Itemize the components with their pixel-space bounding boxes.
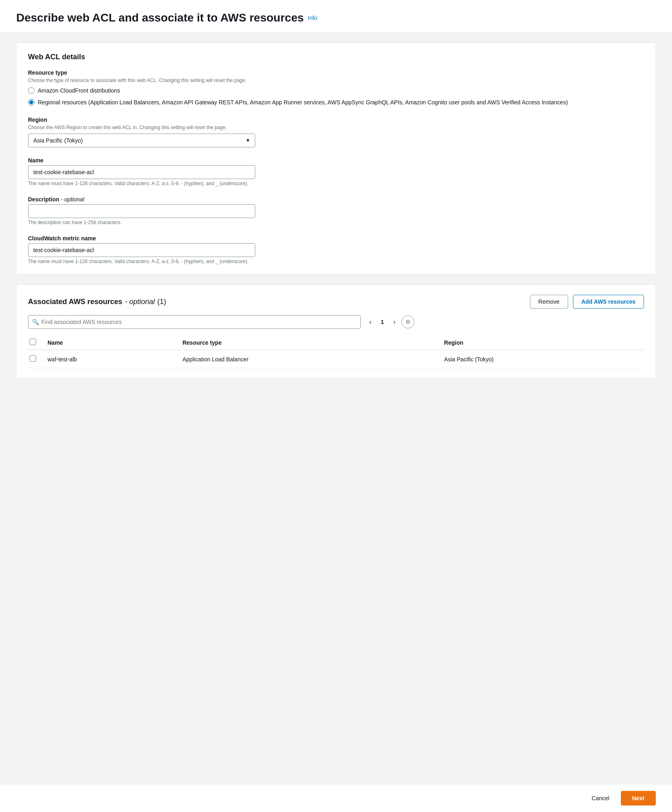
table-body: waf-test-alb Application Load Balancer A… (28, 350, 644, 368)
table-row-region: Asia Pacific (Tokyo) (439, 350, 644, 368)
description-hint: The description can have 1-256 character… (28, 220, 644, 225)
radio-cloudfront-input[interactable] (28, 87, 34, 94)
description-group: Description - optional The description c… (28, 196, 644, 225)
pagination-prev-button[interactable]: ‹ (366, 316, 375, 328)
table-header-row: Name Resource type Region (28, 335, 644, 350)
table-settings-button[interactable]: ⚙ (401, 315, 414, 328)
section-title-web-acl: Web ACL details (28, 53, 644, 61)
region-description: Choose the AWS Region to create this web… (28, 125, 644, 130)
search-pagination-row: 🔍 ‹ 1 › ⚙ (28, 315, 644, 329)
associated-resources-title: Associated AWS resources - optional (1) (28, 298, 166, 306)
page-header: Describe web ACL and associate it to AWS… (0, 0, 672, 33)
table-select-all-checkbox[interactable] (30, 339, 36, 345)
associated-resources-table: Name Resource type Region waf-test-alb A… (28, 335, 644, 368)
associated-resources-table-wrapper: Name Resource type Region waf-test-alb A… (28, 335, 644, 368)
resource-type-description: Choose the type of resource to associate… (28, 78, 644, 83)
cloudwatch-metric-group: CloudWatch metric name The name must hav… (28, 235, 644, 264)
page-title: Describe web ACL and associate it to AWS… (16, 11, 656, 24)
table-row-name: waf-test-alb (43, 350, 178, 368)
description-input[interactable] (28, 204, 255, 218)
table-header-checkbox-col (28, 335, 43, 350)
cloudwatch-metric-hint: The name must have 1-128 characters. Val… (28, 259, 644, 264)
resource-type-group: Resource type Choose the type of resourc… (28, 69, 644, 107)
pagination-current: 1 (377, 317, 387, 327)
page-wrapper: Describe web ACL and associate it to AWS… (0, 0, 672, 812)
table-header: Name Resource type Region (28, 335, 644, 350)
name-group: Name The name must have 1-128 characters… (28, 157, 644, 186)
associated-resources-buttons: Remove Add AWS resources (530, 295, 644, 309)
name-hint: The name must have 1-128 characters. Val… (28, 181, 644, 186)
region-select-wrapper: Asia Pacific (Tokyo) US East (N. Virgini… (28, 134, 255, 147)
cloudwatch-metric-input[interactable] (28, 243, 255, 257)
search-icon: 🔍 (32, 319, 39, 325)
table-header-name: Name (43, 335, 178, 350)
table-header-region: Region (439, 335, 644, 350)
name-label: Name (28, 157, 644, 164)
web-acl-details-card: Web ACL details Resource type Choose the… (16, 43, 656, 274)
associated-resources-header: Associated AWS resources - optional (1) … (28, 295, 644, 309)
region-label: Region (28, 117, 644, 123)
pagination-controls: ‹ 1 › ⚙ (366, 315, 414, 328)
footer-bar: Cancel Next (0, 784, 672, 812)
associated-resources-section: Associated AWS resources - optional (1) … (16, 285, 656, 378)
radio-regional[interactable]: Regional resources (Application Load Bal… (28, 98, 644, 107)
cloudwatch-metric-label: CloudWatch metric name (28, 235, 644, 242)
info-link[interactable]: Info (308, 15, 317, 21)
table-row-checkbox[interactable] (30, 355, 36, 362)
radio-regional-label: Regional resources (Application Load Bal… (38, 98, 568, 107)
description-label: Description - optional (28, 196, 644, 203)
main-content: Web ACL details Resource type Choose the… (0, 33, 672, 784)
remove-button[interactable]: Remove (530, 295, 568, 309)
name-input[interactable] (28, 165, 255, 179)
table-header-resource-type: Resource type (178, 335, 439, 350)
radio-cloudfront-label: Amazon CloudFront distributions (38, 86, 120, 95)
table-row-resource-type: Application Load Balancer (178, 350, 439, 368)
pagination-next-button[interactable]: › (390, 316, 399, 328)
table-row-checkbox-cell (28, 350, 43, 368)
resource-type-radio-group: Amazon CloudFront distributions Regional… (28, 86, 644, 107)
cancel-button[interactable]: Cancel (585, 792, 616, 805)
search-input-wrapper: 🔍 (28, 315, 361, 329)
resource-type-label: Resource type (28, 69, 644, 76)
region-group: Region Choose the AWS Region to create t… (28, 117, 644, 147)
table-row: waf-test-alb Application Load Balancer A… (28, 350, 644, 368)
radio-cloudfront[interactable]: Amazon CloudFront distributions (28, 86, 644, 95)
add-aws-resources-button[interactable]: Add AWS resources (573, 295, 644, 309)
radio-regional-input[interactable] (28, 99, 34, 106)
next-button[interactable]: Next (621, 791, 656, 806)
search-input[interactable] (28, 315, 361, 329)
region-select[interactable]: Asia Pacific (Tokyo) US East (N. Virgini… (28, 134, 255, 147)
